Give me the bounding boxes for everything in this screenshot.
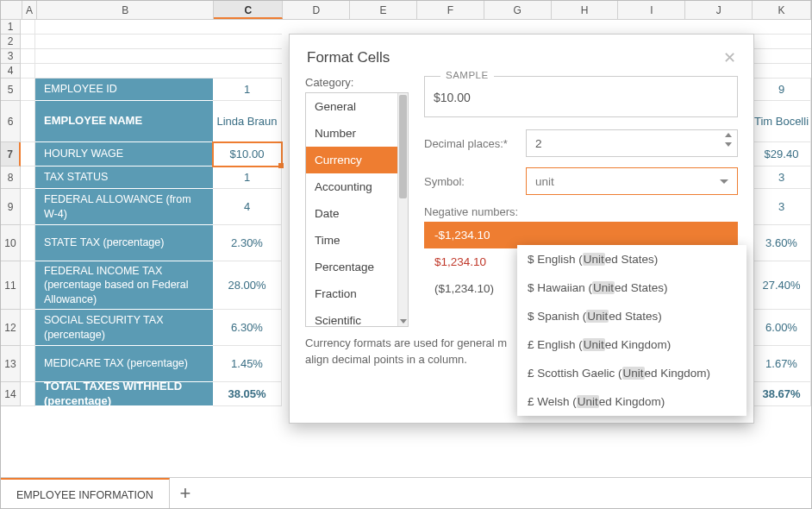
label-employee-name[interactable]: EMPLOYEE NAME [35,101,213,142]
close-icon[interactable]: ✕ [723,48,736,67]
cell-C5[interactable]: 1 [213,79,282,101]
cell-C14[interactable]: 38.05% [213,382,282,406]
category-item-accounting[interactable]: Accounting [306,173,408,200]
label-employee-id[interactable]: EMPLOYEE ID [35,79,213,101]
cell-K7[interactable]: $29.40 [753,142,811,167]
row-headers: 1 2 3 4 5 6 7 8 9 10 11 12 13 14 [1,20,21,406]
spinner-icon[interactable] [725,133,732,147]
cell-K12[interactable]: 6.00% [753,310,811,346]
dialog-title: Format Cells [307,49,390,66]
dd-item-0[interactable]: $ English (United States) [517,245,746,273]
cell-C13[interactable]: 1.45% [213,346,282,382]
row-header-14[interactable]: 14 [1,382,21,406]
column-headers: A B C D E F G H I J K [1,1,811,20]
col-header-J[interactable]: J [685,1,753,19]
symbol-value: unit [535,175,554,188]
cell-K8[interactable]: 3 [753,167,811,189]
category-item-percentage[interactable]: Percentage [306,254,408,280]
sample-box: SAMPLE $10.00 [424,76,738,117]
row-header-2[interactable]: 2 [1,35,21,49]
sheet-tab-bar: EMPLOYEE INFORMATION + [1,477,811,508]
row-header-4[interactable]: 4 [1,64,21,79]
row-header-11[interactable]: 11 [1,261,21,310]
col-header-K[interactable]: K [753,1,811,19]
cell-K5[interactable]: 9 [753,79,811,101]
row-header-3[interactable]: 3 [1,49,21,64]
cell-K6[interactable]: Tim Bocelli [753,101,811,142]
cell-C12[interactable]: 6.30% [213,310,282,346]
symbol-dropdown-list[interactable]: $ English (United States) $ Hawaiian (Un… [517,245,746,416]
col-header-G[interactable]: G [484,1,552,19]
sample-label: SAMPLE [440,70,494,80]
category-item-scientific[interactable]: Scientific [306,307,408,327]
cell-C7-active[interactable]: $10.00 [213,142,282,167]
row-header-5[interactable]: 5 [1,79,21,101]
col-header-A[interactable]: A [22,1,37,19]
symbol-label: Symbol: [424,175,526,188]
category-item-fraction[interactable]: Fraction [306,280,408,307]
col-header-C[interactable]: C [214,1,283,19]
cell-K10[interactable]: 3.60% [753,225,811,261]
col-header-B[interactable]: B [37,1,215,19]
category-item-general[interactable]: General [306,93,408,120]
label-federal-allowance[interactable]: FEDERAL ALLOWANCE (from W-4) [35,189,213,225]
category-label: Category: [305,76,409,89]
label-total-taxes[interactable]: TOTAL TAXES WITHHELD (percentage) [35,382,213,406]
select-all-corner[interactable] [1,1,22,19]
row-header-7[interactable]: 7 [1,142,21,167]
chevron-down-icon[interactable] [720,179,728,184]
decimal-places-value: 2 [535,137,542,150]
category-item-date[interactable]: Date [306,200,408,227]
dd-item-1[interactable]: $ Hawaiian (United States) [517,273,746,302]
cell-C6[interactable]: Linda Braun [213,101,282,142]
category-scrollbar[interactable] [397,93,408,326]
add-sheet-button[interactable]: + [170,480,201,507]
category-item-currency[interactable]: Currency [306,147,408,173]
cell-C8[interactable]: 1 [213,167,282,189]
label-state-tax[interactable]: STATE TAX (percentage) [35,225,213,261]
dd-item-5[interactable]: £ Welsh (United Kingdom) [517,387,746,416]
sample-value: $10.00 [434,80,728,104]
negative-numbers-label: Negative numbers: [424,205,526,218]
category-item-time[interactable]: Time [306,227,408,254]
row-header-8[interactable]: 8 [1,167,21,189]
label-medicare-tax[interactable]: MEDICARE TAX (percentage) [35,346,213,382]
cell-K14[interactable]: 38.67% [753,382,811,406]
cell-K11[interactable]: 27.40% [753,261,811,310]
decimal-places-label: Decimal places:* [424,137,526,150]
row-header-1[interactable]: 1 [1,20,21,35]
cell-C11[interactable]: 28.00% [213,261,282,310]
col-header-F[interactable]: F [417,1,484,19]
symbol-combobox[interactable]: unit [526,167,738,195]
dd-item-3[interactable]: £ English (United Kingdom) [517,330,746,359]
dd-item-2[interactable]: $ Spanish (United States) [517,302,746,330]
dd-item-4[interactable]: £ Scottish Gaelic (United Kingdom) [517,359,746,387]
col-header-D[interactable]: D [283,1,350,19]
cell-K13[interactable]: 1.67% [753,346,811,382]
decimal-places-input[interactable]: 2 [526,129,738,157]
category-item-number[interactable]: Number [306,120,408,147]
row-header-9[interactable]: 9 [1,189,21,225]
col-header-E[interactable]: E [350,1,417,19]
label-federal-income-tax[interactable]: FEDERAL INCOME TAX (percentage based on … [35,261,213,310]
row-header-6[interactable]: 6 [1,101,21,142]
row-header-10[interactable]: 10 [1,225,21,261]
cell-K9[interactable]: 3 [753,189,811,225]
cell-C9[interactable]: 4 [213,189,282,225]
label-hourly-wage[interactable]: HOURLY WAGE [35,142,213,167]
col-header-H[interactable]: H [552,1,619,19]
label-social-security-tax[interactable]: SOCIAL SECURITY TAX (percentage) [35,310,213,346]
category-list[interactable]: General Number Currency Accounting Date … [305,92,409,327]
col-header-I[interactable]: I [618,1,685,19]
row-header-13[interactable]: 13 [1,346,21,382]
cell-C10[interactable]: 2.30% [213,225,282,261]
row-header-12[interactable]: 12 [1,310,21,346]
label-tax-status[interactable]: TAX STATUS [35,167,213,189]
sheet-tab-employee-information[interactable]: EMPLOYEE INFORMATION [1,478,170,509]
